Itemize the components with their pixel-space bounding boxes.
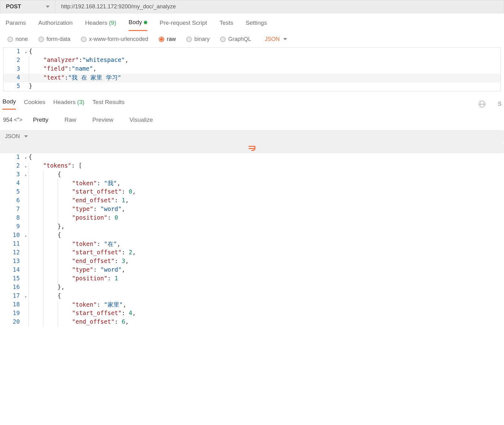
chevron-down-icon: [283, 38, 287, 40]
headers-count: (9): [109, 20, 116, 26]
radio-icon: [81, 37, 86, 42]
chevron-down-icon: [46, 6, 50, 8]
tab-params[interactable]: Params: [6, 20, 26, 31]
tab-settings[interactable]: Settings: [246, 20, 267, 31]
dot-indicator-icon: [144, 21, 147, 24]
view-visualize[interactable]: Visualize: [124, 114, 159, 126]
tab-tests[interactable]: Tests: [219, 20, 233, 31]
radio-selected-icon: [159, 37, 164, 42]
radio-graphql[interactable]: GraphQL: [220, 36, 251, 42]
view-preview[interactable]: Preview: [87, 114, 119, 126]
radio-raw[interactable]: raw: [159, 36, 176, 42]
globe-icon[interactable]: [479, 101, 485, 107]
response-tab-headers[interactable]: Headers (3): [53, 99, 84, 109]
response-tab-tests[interactable]: Test Results: [92, 99, 124, 109]
radio-binary[interactable]: binary: [186, 36, 210, 42]
tab-body[interactable]: Body: [129, 19, 147, 31]
tab-prerequest[interactable]: Pre-request Script: [160, 20, 207, 31]
method-label: POST: [6, 3, 21, 10]
response-headers-count: (3): [77, 99, 84, 105]
radio-icon: [7, 37, 13, 42]
status-text: S: [498, 101, 502, 107]
chevron-down-icon: [24, 135, 28, 138]
radio-formdata[interactable]: form-data: [38, 36, 70, 42]
view-raw[interactable]: Raw: [59, 114, 82, 126]
response-tab-cookies[interactable]: Cookies: [24, 99, 45, 109]
body-format-select[interactable]: JSON: [265, 36, 287, 42]
response-body-editor[interactable]: 1▸{ 2▸ "tokens": [ 3▸ { 4 "token": "我", …: [3, 153, 501, 327]
view-pretty[interactable]: Pretty: [27, 114, 54, 126]
http-method-select[interactable]: POST: [0, 0, 55, 13]
tab-authorization[interactable]: Authorization: [38, 20, 73, 31]
radio-icon: [186, 37, 192, 42]
url-input[interactable]: [55, 0, 504, 13]
wrap-icon: [249, 145, 255, 151]
response-tab-body[interactable]: Body: [2, 98, 16, 110]
wrap-lines-button[interactable]: [0, 143, 504, 153]
request-body-editor[interactable]: 1▸{ 2 "analyzer":"whitespace", 3 "field"…: [3, 47, 501, 91]
radio-urlencoded[interactable]: x-www-form-urlencoded: [81, 36, 148, 42]
radio-icon: [220, 37, 226, 42]
tab-headers[interactable]: Headers (9): [85, 20, 116, 31]
radio-icon: [38, 37, 44, 42]
response-format-select[interactable]: JSON: [0, 130, 504, 143]
radio-none[interactable]: none: [7, 36, 28, 42]
